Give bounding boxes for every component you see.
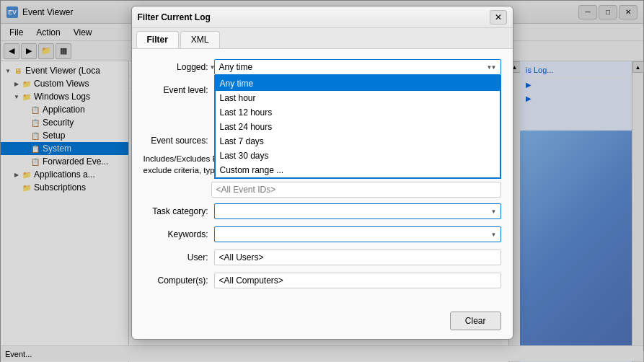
dropdown-item-custom-range[interactable]: Custom range ...	[216, 163, 500, 177]
logged-select-wrapper: Any time ▼	[214, 59, 501, 75]
log-source-label-empty	[144, 112, 208, 115]
dropdown-item-last-30-days[interactable]: Last 30 days	[216, 149, 500, 163]
dialog-close-btn[interactable]: ✕	[490, 10, 507, 25]
action-panel: is Log... ▶ ▶	[520, 61, 632, 107]
dropdown-item-any-time[interactable]: Any time	[216, 76, 500, 91]
dialog-overlay: Filter Current Log ✕ Filter XML Logged: …	[0, 0, 644, 362]
computer-label: Computer(s):	[144, 273, 208, 286]
task-category-label: Task category:	[144, 203, 208, 216]
task-category-select-wrapper	[214, 203, 501, 219]
keywords-label: Keywords:	[144, 226, 208, 239]
user-control	[214, 250, 501, 265]
dialog-body: Logged: Any time ▼ Any time Last hour La…	[132, 49, 513, 306]
tab-xml[interactable]: XML	[180, 31, 220, 48]
action-item-2[interactable]: ▶	[526, 81, 626, 89]
task-category-select[interactable]	[214, 203, 501, 219]
user-row: User:	[144, 250, 501, 265]
dialog-tabs: Filter XML	[132, 28, 513, 49]
dialog-footer: Clear	[132, 306, 513, 339]
keywords-row: Keywords:	[144, 226, 501, 242]
divider	[526, 77, 626, 78]
dropdown-item-last-24-hours[interactable]: Last 24 hours	[216, 120, 500, 134]
action-item-1[interactable]: is Log...	[526, 66, 626, 74]
computer-input[interactable]	[214, 273, 501, 288]
event-ids-input[interactable]	[211, 182, 501, 198]
filter-dialog: Filter Current Log ✕ Filter XML Logged: …	[131, 6, 513, 340]
dropdown-item-last-7-days[interactable]: Last 7 days	[216, 134, 500, 149]
logged-row: Logged: Any time ▼ Any time Last hour La…	[144, 59, 501, 75]
task-category-control	[214, 203, 501, 219]
dialog-title: Filter Current Log	[138, 12, 490, 22]
user-label: User:	[144, 250, 208, 262]
user-input[interactable]	[214, 250, 501, 265]
dropdown-item-last-hour[interactable]: Last hour	[216, 91, 500, 105]
dialog-titlebar: Filter Current Log ✕	[132, 6, 513, 28]
tab-filter[interactable]: Filter	[136, 31, 179, 48]
action-item-3[interactable]: ▶	[526, 94, 626, 102]
dropdown-item-last-12-hours[interactable]: Last 12 hours	[216, 105, 500, 120]
logged-select[interactable]: Any time	[214, 59, 501, 75]
logged-label: Logged:	[144, 59, 208, 72]
event-level-label: Event level:	[144, 82, 208, 95]
task-category-row: Task category:	[144, 203, 501, 219]
keywords-control	[214, 226, 501, 242]
keywords-select[interactable]	[214, 226, 501, 242]
clear-button[interactable]: Clear	[450, 312, 501, 330]
event-ids-row	[211, 182, 501, 198]
logged-control: Any time ▼ Any time Last hour Last 12 ho…	[214, 59, 501, 75]
event-sources-label: Event sources:	[144, 136, 208, 146]
logged-dropdown[interactable]: Any time Last hour Last 12 hours Last 24…	[214, 75, 501, 179]
computer-row: Computer(s):	[144, 273, 501, 288]
keywords-select-wrapper	[214, 226, 501, 242]
computer-control	[214, 273, 501, 288]
